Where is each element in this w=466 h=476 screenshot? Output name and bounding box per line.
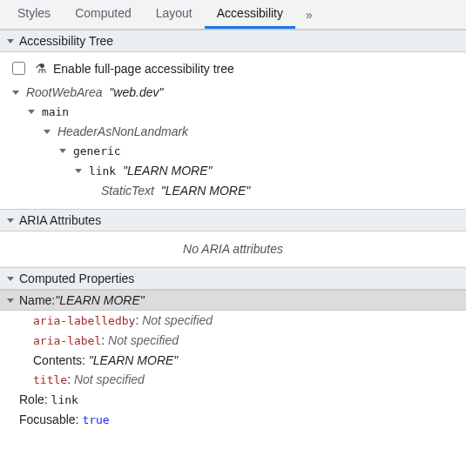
tab-computed[interactable]: Computed [63,0,144,29]
attr-value: link [51,393,78,406]
devtools-tabs: Styles Computed Layout Accessibility » [0,0,466,30]
attr-name: Role: [19,392,51,406]
chevron-down-icon [44,130,51,134]
accessibility-tree-panel: ⚗ Enable full-page accessibility tree Ro… [0,52,466,209]
attr-value: Not specified [108,333,179,347]
tree-role: StaticText [101,184,154,198]
computed-properties-list: aria-labelledby: Not specified aria-labe… [0,311,466,437]
computed-name-row[interactable]: Name: "LEARN MORE" [0,290,466,311]
chevron-down-icon [7,39,14,44]
enable-fullpage-row: ⚗ Enable full-page accessibility tree [9,57,457,83]
section-title: ARIA Attributes [19,213,101,227]
tree-name: "LEARN MORE" [123,164,213,178]
tree-role: generic [73,144,121,158]
chevron-down-icon [28,110,35,114]
enable-fullpage-checkbox[interactable] [12,62,25,75]
chevron-down-icon [75,169,82,173]
tree-role: link [89,164,116,178]
section-header-accessibility-tree[interactable]: Accessibility Tree [0,30,466,52]
tab-styles[interactable]: Styles [5,0,63,29]
tab-layout[interactable]: Layout [144,0,205,29]
tree-role: main [42,105,69,118]
chevron-down-icon [7,298,14,303]
aria-empty-message: No ARIA attributes [0,231,466,267]
prop-focusable: Focusable: true [9,410,457,430]
tree-node-rootwebarea[interactable]: RootWebArea "web.dev" main HeaderAsNonLa… [12,83,457,200]
section-title: Accessibility Tree [19,34,113,48]
computed-name-value: "LEARN MORE" [55,293,145,307]
prop-title: title: Not specified [9,370,457,390]
chevron-down-icon [12,91,19,95]
tree-node-statictext[interactable]: StaticText "LEARN MORE" [91,181,457,200]
tree-name: "LEARN MORE" [161,184,251,198]
attr-value: "LEARN MORE" [89,353,179,367]
prop-contents: Contents: "LEARN MORE" [9,351,457,370]
attr-name: aria-labelledby [33,314,135,327]
chevron-down-icon [7,277,14,281]
tree-node-generic[interactable]: generic link "LEARN MORE" [59,141,457,200]
tabs-overflow-button[interactable]: » [299,8,320,22]
attr-name: Contents: [33,353,89,367]
tree-node-link[interactable]: link "LEARN MORE" StaticText "LEARN MORE… [75,161,457,200]
attr-name: aria-label [33,334,101,347]
tab-accessibility[interactable]: Accessibility [205,0,295,29]
tree-node-main[interactable]: main HeaderAsNonLandmark generic [28,102,457,200]
attr-name: Focusable: [19,412,82,426]
computed-name-label: Name: [19,293,55,307]
enable-fullpage-label: Enable full-page accessibility tree [53,62,234,76]
section-header-computed[interactable]: Computed Properties [0,267,466,290]
chevron-down-icon [59,149,66,153]
attr-value: Not specified [142,313,213,327]
attr-value: Not specified [74,372,145,386]
section-title: Computed Properties [19,272,134,285]
prop-aria-label: aria-label: Not specified [9,331,457,351]
tree-role: HeaderAsNonLandmark [57,124,188,138]
prop-aria-labelledby: aria-labelledby: Not specified [9,311,457,331]
tree-node-header[interactable]: HeaderAsNonLandmark generic li [44,122,457,200]
prop-role: Role: link [9,390,457,410]
tree-role: RootWebArea [26,85,103,99]
attr-value: true [82,413,109,426]
chevron-down-icon [7,218,14,223]
attr-name: title [33,373,67,386]
accessibility-tree: RootWebArea "web.dev" main HeaderAsNonLa… [9,83,457,200]
flask-icon: ⚗ [35,62,46,75]
section-header-aria[interactable]: ARIA Attributes [0,209,466,231]
